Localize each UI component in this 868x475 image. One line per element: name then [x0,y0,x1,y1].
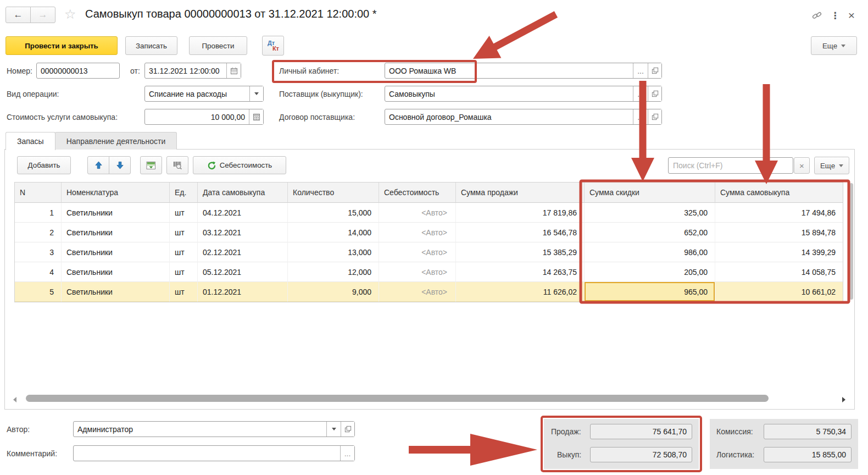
back-icon: ← [14,9,23,20]
cell-cost[interactable]: <Авто> [379,242,456,262]
forward-button[interactable]: → [30,7,55,23]
cell-date[interactable]: 01.12.2021 [198,282,288,302]
search-clear-button[interactable]: × [794,157,810,174]
scroll-right-icon[interactable] [842,397,845,402]
cell-item[interactable]: Светильники [62,282,170,302]
cell-n[interactable]: 2 [15,223,62,242]
cell-n[interactable]: 4 [15,262,62,282]
cell-unit[interactable]: шт [170,203,198,223]
cell-qty[interactable]: 14,000 [288,223,379,242]
cell-sale[interactable]: 16 546,78 [456,223,585,242]
contract-open-button[interactable] [648,109,661,124]
cabinet-open-button[interactable] [648,63,661,78]
back-button[interactable]: ← [5,7,31,23]
fill-table-button[interactable] [140,156,162,174]
cell-qty[interactable]: 12,000 [288,262,379,282]
table-row[interactable]: 1 Светильники шт 04.12.2021 15,000 <Авто… [15,203,843,223]
service-cost-field[interactable]: 10 000,00 [144,109,264,125]
cell-item[interactable]: Светильники [62,262,170,282]
comment-field[interactable]: ... [73,445,355,461]
search-input[interactable] [668,157,793,174]
operation-dropdown-button[interactable] [249,86,263,101]
cell-date[interactable]: 05.12.2021 [198,262,288,282]
author-field[interactable]: Администратор [73,421,355,437]
contract-choose-button[interactable]: ... [633,109,648,124]
cell-cost[interactable]: <Авто> [379,223,456,242]
cell-sale[interactable]: 17 819,86 [456,203,585,223]
cabinet-field[interactable]: ООО Ромашка WB ... [385,63,662,79]
cell-qty[interactable]: 13,000 [288,242,379,262]
cell-date[interactable]: 02.12.2021 [198,242,288,262]
favorite-star-icon[interactable]: ☆ [64,7,76,22]
date-field[interactable]: 31.12.2021 12:00:00 [144,63,241,79]
calendar-button[interactable] [226,63,241,78]
form-more-button[interactable]: Еще [811,36,857,55]
table-row[interactable]: 4 Светильники шт 05.12.2021 12,000 <Авто… [15,262,843,282]
kebab-menu-icon[interactable]: ⋮ [831,10,840,21]
grid-more-button[interactable]: Еще [814,157,849,174]
cell-n[interactable]: 3 [15,242,62,262]
author-open-button[interactable] [341,422,354,437]
cell-cost[interactable]: <Авто> [379,282,456,302]
supplier-open-button[interactable] [648,86,661,101]
cell-discount[interactable]: 205,00 [585,262,715,282]
cell-n[interactable]: 5 [15,282,62,302]
supplier-field[interactable]: Самовыкупы ... [385,86,662,102]
cell-discount[interactable]: 652,00 [585,223,715,242]
cell-cost[interactable]: <Авто> [379,203,456,223]
author-label: Автор: [7,425,30,434]
supplier-choose-button[interactable]: ... [633,86,648,101]
table-row[interactable]: 3 Светильники шт 02.12.2021 13,000 <Авто… [15,242,843,262]
cell-buyout[interactable]: 15 894,78 [715,223,843,242]
tab-activity[interactable]: Направление деятельности [55,132,177,150]
show-postings-button[interactable]: Дт Кт [262,36,284,56]
cell-sale[interactable]: 14 263,75 [456,262,585,282]
cell-discount[interactable]: 986,00 [585,242,715,262]
write-button[interactable]: Записать [125,36,177,55]
cost-refresh-button[interactable]: Себестоимость [193,156,286,174]
table-row-selected[interactable]: 5 Светильники шт 01.12.2021 9,000 <Авто>… [15,282,843,302]
cell-unit[interactable]: шт [170,262,198,282]
cell-qty[interactable]: 9,000 [288,282,379,302]
cell-date[interactable]: 04.12.2021 [198,203,288,223]
move-up-button[interactable] [87,156,109,174]
add-row-button[interactable]: Добавить [17,156,71,174]
cell-item[interactable]: Светильники [62,203,170,223]
cell-item[interactable]: Светильники [62,223,170,242]
close-icon[interactable]: × [848,9,855,22]
cell-discount-selected[interactable]: 965,00 [585,282,715,302]
tab-inventory[interactable]: Запасы [5,132,55,150]
horizontal-scrollbar[interactable] [26,395,769,402]
link-icon[interactable] [811,10,822,21]
author-dropdown-button[interactable] [326,422,341,437]
vertical-scrollbar[interactable] [849,183,853,300]
comment-expand-button[interactable]: ... [340,446,354,461]
barcode-scan-button[interactable] [166,156,188,174]
cell-sale[interactable]: 11 626,02 [456,282,585,302]
date-label: от: [130,67,140,75]
cabinet-choose-button[interactable]: ... [633,63,648,78]
cell-date[interactable]: 03.12.2021 [198,223,288,242]
cell-buyout[interactable]: 10 661,02 [715,282,843,302]
cell-cost[interactable]: <Авто> [379,262,456,282]
cell-buyout[interactable]: 17 494,86 [715,203,843,223]
cell-item[interactable]: Светильники [62,242,170,262]
cell-unit[interactable]: шт [170,282,198,302]
post-and-close-button[interactable]: Провести и закрыть [5,36,118,55]
operation-select[interactable]: Списание на расходы [144,86,264,102]
cell-sale[interactable]: 15 385,29 [456,242,585,262]
number-field[interactable]: 00000000013 [36,63,120,79]
table-row[interactable]: 2 Светильники шт 03.12.2021 14,000 <Авто… [15,223,843,242]
cell-qty[interactable]: 15,000 [288,203,379,223]
cell-n[interactable]: 1 [15,203,62,223]
cell-discount[interactable]: 325,00 [585,203,715,223]
move-down-button[interactable] [109,156,131,174]
cell-buyout[interactable]: 14 399,29 [715,242,843,262]
calculator-button[interactable] [249,109,263,124]
cell-unit[interactable]: шт [170,223,198,242]
cell-buyout[interactable]: 14 058,75 [715,262,843,282]
contract-field[interactable]: Основной договор_Ромашка ... [385,109,662,125]
scroll-left-icon[interactable] [13,397,16,402]
cell-unit[interactable]: шт [170,242,198,262]
post-button[interactable]: Провести [189,36,247,55]
